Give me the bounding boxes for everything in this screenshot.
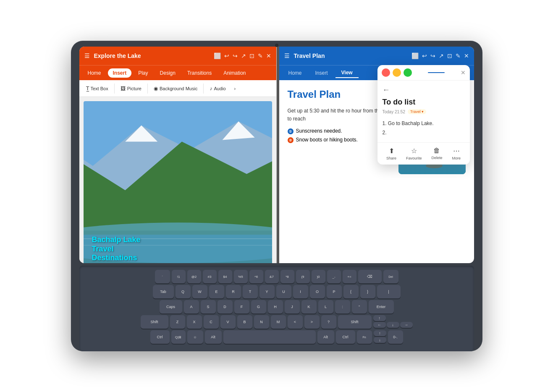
key-m[interactable]: M [271,315,286,329]
key-2[interactable]: @2 [187,270,201,283]
key-k[interactable]: K [301,300,317,314]
key-i[interactable]: I [293,285,308,298]
notes-tab-home[interactable]: Home [283,68,308,78]
todo-x-button[interactable]: ✕ [461,69,466,76]
share-icon[interactable]: ↗ [241,52,246,59]
key-pgup[interactable]: ↑ [374,330,386,336]
key-o[interactable]: O [310,285,325,298]
key-1[interactable]: !1 [172,270,186,283]
key-caps[interactable]: Caps [160,300,182,314]
textbox-button[interactable]: T̲ Text Box [83,84,112,93]
key-rbracket[interactable]: } [360,285,375,298]
key-enter[interactable]: Enter [369,300,394,314]
notes-layout-icon[interactable]: ⬜ [411,52,419,59]
key-shift-right[interactable]: Shift [338,315,372,329]
key-backspace[interactable]: ⌫ [358,270,382,283]
key-b[interactable]: B [237,315,252,329]
key-ctrl-left[interactable]: Ctrl [150,330,170,344]
key-tab[interactable]: Tab [153,285,174,298]
todo-delete-action[interactable]: 🗑 Delete [431,147,442,160]
undo-icon[interactable]: ↩ [224,52,229,59]
key-slash[interactable]: ? [321,315,336,329]
notes-share-icon[interactable]: ↗ [439,52,444,59]
key-z[interactable]: Z [170,315,185,329]
key-space[interactable] [223,330,316,344]
key-s[interactable]: S [201,300,216,314]
notes-view-icon[interactable]: ⊡ [447,52,452,59]
notes-hamburger-icon[interactable]: ☰ [284,52,290,59]
key-up[interactable]: ↑ [373,315,386,321]
key-shift-left[interactable]: Shift [141,315,168,329]
redo-icon[interactable]: ↪ [233,52,238,59]
key-a[interactable]: A [184,300,199,314]
notes-tab-insert[interactable]: Insert [309,68,334,78]
key-fn[interactable]: Fn [357,330,372,344]
bgmusic-button[interactable]: ◉ Background Music [150,84,201,93]
key-alt-left[interactable]: Alt [205,330,222,344]
key-r[interactable]: R [226,285,241,298]
hamburger-icon[interactable]: ☰ [84,52,90,59]
key-backtick[interactable]: ` [155,270,170,283]
key-w[interactable]: W [192,285,207,298]
key-h[interactable]: H [268,300,283,314]
key-5[interactable]: %5 [234,270,248,283]
key-equals[interactable]: += [343,270,356,283]
key-6[interactable]: ^6 [249,270,263,283]
key-t[interactable]: T [243,285,258,298]
key-down[interactable]: ↓ [387,322,399,328]
key-p[interactable]: P [327,285,342,298]
key-3[interactable]: #3 [203,270,217,283]
key-ctrl-right[interactable]: Ctrl [336,330,355,344]
key-e[interactable]: E [209,285,224,298]
key-minus[interactable]: _- [327,270,341,283]
key-d[interactable]: D [218,300,233,314]
key-emoji[interactable]: ☺ [187,330,203,344]
key-4[interactable]: $4 [218,270,232,283]
key-j[interactable]: J [285,300,300,314]
picture-button[interactable]: 🖼 Picture [117,84,145,93]
key-del2[interactable]: Del [383,270,398,283]
pen-icon[interactable]: ✎ [258,52,263,59]
key-lbracket[interactable]: { [343,285,359,298]
todo-minimize-circle[interactable] [393,68,401,77]
key-f[interactable]: F [234,300,249,314]
todo-back-button[interactable]: ← [383,86,465,94]
key-0[interactable]: )0 [312,270,325,283]
key-search[interactable]: Q|⊞ [171,330,186,344]
key-backslash[interactable]: | [377,285,401,298]
close-icon[interactable]: ✕ [266,52,271,59]
key-g[interactable]: G [251,300,266,314]
todo-close-circle[interactable] [382,68,390,77]
key-y[interactable]: Y [259,285,275,298]
key-v[interactable]: V [220,315,236,329]
tab-home[interactable]: Home [83,68,106,78]
notes-tab-view[interactable]: View [335,68,359,78]
more-button[interactable]: › [231,84,239,93]
tab-animation[interactable]: Animation [218,68,251,78]
todo-share-action[interactable]: ⬆ Share [386,147,396,160]
tab-insert[interactable]: Insert [108,68,132,78]
key-numpad-dot[interactable]: 0-. [388,330,403,344]
key-q[interactable]: Q [176,285,191,298]
audio-button[interactable]: ♪ Audio [206,84,229,93]
key-n[interactable]: N [254,315,269,329]
key-8[interactable]: *8 [280,270,294,283]
notes-pen-icon[interactable]: ✎ [456,52,461,59]
key-right[interactable]: → [400,322,413,328]
key-left[interactable]: ← [373,322,386,328]
todo-more-action[interactable]: ⋯ More [452,147,461,160]
notes-close-icon[interactable]: ✕ [464,52,469,59]
tab-transitions[interactable]: Transitions [182,68,217,78]
notes-undo-icon[interactable]: ↩ [422,52,427,59]
key-comma[interactable]: < [288,315,303,329]
key-c[interactable]: C [204,315,219,329]
view-icon[interactable]: ⊡ [249,52,254,59]
layout-icon[interactable]: ⬜ [214,52,221,59]
key-alt-right[interactable]: Alt [317,330,334,344]
key-x[interactable]: X [187,315,202,329]
key-period[interactable]: > [304,315,320,329]
todo-expand-circle[interactable] [404,68,412,77]
key-7[interactable]: &7 [265,270,279,283]
tab-design[interactable]: Design [155,68,181,78]
key-u[interactable]: U [276,285,291,298]
